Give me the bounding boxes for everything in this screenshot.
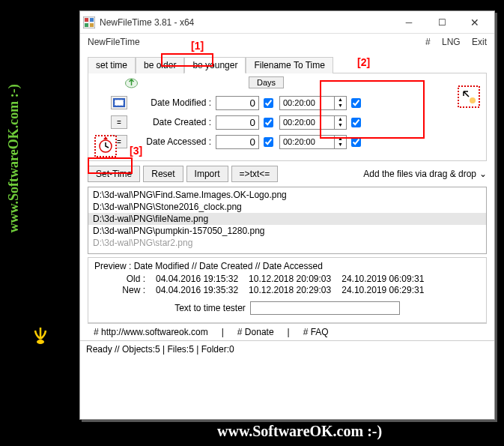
link-faq[interactable]: # FAQ (303, 327, 329, 337)
stick-figure-icon (7, 322, 67, 420)
days-accessed-input[interactable] (216, 135, 259, 149)
upload-icon[interactable] (124, 76, 139, 88)
set-time-button[interactable]: Set-Time (88, 166, 140, 182)
bottom-links: # http://www.softwareok.com | # Donate |… (88, 323, 487, 340)
menu-newfiletime[interactable]: NewFileTime (88, 37, 416, 47)
minimize-button[interactable]: ─ (392, 12, 425, 33)
link-donate[interactable]: # Donate (237, 327, 274, 337)
label-created: Date Created : (135, 117, 211, 127)
svg-rect-12 (90, 18, 94, 22)
cb2-accessed[interactable] (351, 137, 361, 147)
svg-rect-14 (90, 23, 94, 27)
row-modified: Date Modified : 00:20:00 ▲▼ (93, 94, 482, 111)
cb2-created[interactable] (351, 118, 361, 127)
label-modified: Date Modified : (135, 97, 211, 108)
status-bar: Ready // Objects:5 | Files:5 | Folder:0 (80, 340, 494, 358)
spin-modified[interactable]: ▲▼ (335, 96, 347, 110)
tester-label: Text to time tester (174, 303, 246, 313)
menubar: NewFileTime # LNG Exit (80, 34, 494, 50)
drag-drop-link[interactable]: Add the files via drag & drop ⌄ (363, 169, 487, 179)
svg-line-2 (26, 367, 40, 382)
svg-line-6 (40, 391, 51, 416)
app-icon (83, 16, 95, 28)
row-created: = Date Created : 00:20:00 ▲▼ (93, 114, 482, 130)
tester-row: Text to time tester (94, 301, 480, 315)
tester-input[interactable] (250, 301, 400, 315)
link-url[interactable]: # http://www.softwareok.com (94, 327, 208, 337)
svg-point-7 (21, 415, 33, 420)
menu-hash[interactable]: # (425, 37, 431, 47)
time-accessed-input[interactable]: 00:20:00 (279, 135, 335, 149)
list-item[interactable]: D:\3d-wal\PNG\Stone2016_clock.png (88, 201, 486, 213)
old-modified: 04.04.2016 19:15:32 (156, 274, 238, 284)
new-accessed: 24.10.2019 06:29:31 (341, 285, 424, 295)
svg-point-19 (470, 97, 476, 103)
old-created: 10.12.2018 20:09:03 (249, 274, 331, 284)
tab-set-time[interactable]: set time (88, 57, 136, 73)
file-list[interactable]: D:\3d-wal\PNG\Find.Same.Images.OK-Logo.p… (88, 187, 487, 254)
watermark-left: www.SoftwareOK.com :-) (6, 84, 22, 232)
eq-created[interactable]: = (111, 115, 127, 129)
app-window: NewFileTime 3.81 - x64 ─ ☐ ✕ NewFileTime… (79, 10, 495, 420)
menu-lng[interactable]: LNG (442, 37, 461, 47)
svg-point-9 (37, 340, 44, 344)
svg-point-8 (48, 415, 60, 420)
days-header-button[interactable]: Days (249, 76, 284, 88)
field-panel: Days Date Modified : 00:20:00 ▲▼ = Date … (88, 73, 487, 161)
window-title: NewFileTime 3.81 - x64 (100, 17, 392, 28)
new-created: 10.12.2018 20:29:03 (249, 285, 331, 295)
cb2-modified[interactable] (351, 98, 361, 108)
import-button[interactable]: Import (186, 166, 228, 182)
list-item[interactable]: D:\3d-wal\PNG\star2.png (88, 237, 486, 249)
time-modified-input[interactable]: 00:20:00 (279, 96, 335, 110)
titlebar: NewFileTime 3.81 - x64 ─ ☐ ✕ (80, 11, 494, 34)
close-button[interactable]: ✕ (458, 12, 491, 33)
days-created-input[interactable] (216, 115, 259, 130)
list-item[interactable]: D:\3d-wal\PNG\fileName.png (88, 213, 486, 225)
old-label: Old : (114, 274, 145, 284)
cb1-accessed[interactable] (264, 137, 273, 147)
icon-modified[interactable] (111, 96, 127, 109)
tabs: set time be older be younger Filename To… (88, 56, 487, 73)
target-left-icon[interactable] (94, 135, 117, 157)
cb1-created[interactable] (264, 118, 273, 127)
watermark-bottom: www.SoftwareOK.com :-) (217, 423, 382, 440)
new-modified: 04.04.2016 19:35:32 (156, 285, 238, 295)
target-right-icon[interactable] (458, 85, 480, 108)
svg-line-5 (30, 391, 40, 416)
new-label: New : (114, 285, 145, 295)
svg-rect-11 (85, 18, 88, 22)
button-row: Set-Time Reset Import =>txt<= Add the fi… (88, 166, 487, 182)
preview-new-row: New : 04.04.2016 19:35:32 10.12.2018 20:… (114, 285, 480, 295)
chevron-down-icon: ⌄ (479, 169, 487, 179)
preview-old-row: Old : 04.04.2016 19:15:32 10.12.2018 20:… (114, 274, 480, 284)
days-modified-input[interactable] (216, 96, 259, 110)
txt-button[interactable]: =>txt<= (231, 166, 279, 182)
spin-accessed[interactable]: ▲▼ (335, 135, 347, 149)
svg-rect-13 (85, 23, 88, 27)
row-accessed: = Date Accessed : 00:20:00 ▲▼ (93, 133, 482, 150)
cb1-modified[interactable] (264, 98, 273, 108)
preview-panel: Preview : Date Modified // Date Created … (88, 257, 487, 323)
reset-button[interactable]: Reset (143, 166, 183, 182)
spin-created[interactable]: ▲▼ (335, 115, 347, 130)
maximize-button[interactable]: ☐ (425, 12, 458, 33)
list-item[interactable]: D:\3d-wal\PNG\Find.Same.Images.OK-Logo.p… (88, 189, 486, 201)
tab-filename-to-time[interactable]: Filename To Time (246, 57, 333, 73)
svg-rect-21 (115, 100, 124, 106)
tab-be-older[interactable]: be older (136, 57, 184, 73)
menu-exit[interactable]: Exit (472, 37, 487, 47)
time-created-input[interactable]: 00:20:00 (279, 115, 335, 130)
list-item[interactable]: D:\3d-wal\PNG\pumpkin-157050_1280.png (88, 225, 486, 237)
preview-header: Preview : Date Modified // Date Created … (94, 261, 480, 271)
label-accessed: Date Accessed : (135, 136, 211, 147)
svg-point-4 (50, 350, 55, 355)
old-accessed: 24.10.2019 06:09:31 (341, 274, 424, 284)
tab-be-younger[interactable]: be younger (184, 57, 246, 73)
